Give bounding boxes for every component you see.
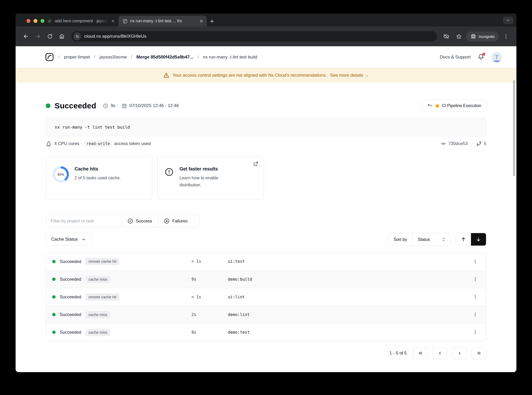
row-status: Succeeded [60, 312, 81, 317]
filter-success-button[interactable]: Success [121, 215, 158, 227]
run-status-row: Succeeded 9s 07/10/2025 12:46 - 12:46 CI… [46, 100, 486, 112]
browser-menu-button[interactable] [501, 31, 511, 42]
row-menu-button[interactable] [470, 275, 480, 284]
chevron-right-icon [457, 351, 462, 356]
table-row[interactable]: Succeededcache miss 9s demo:build [46, 270, 486, 288]
next-page-button[interactable] [452, 347, 467, 359]
table-row[interactable]: Succeededcache miss 2s demo:lint [46, 306, 486, 323]
status-dot [52, 331, 56, 334]
table-row[interactable]: Succeededcache miss 8s demo:test [46, 323, 486, 341]
row-menu-button[interactable] [470, 310, 480, 319]
row-task[interactable]: ui:lint [228, 295, 465, 299]
run-date: 07/10/2025 12:46 - 12:46 [122, 103, 179, 109]
pagination: 1 - 5 of 5 [46, 347, 486, 359]
avatar-initial: T [495, 54, 498, 61]
row-duration: 2s [191, 312, 228, 317]
run-duration: 9s [103, 103, 115, 109]
site-info-icon[interactable] [73, 32, 81, 40]
sort-descending-button[interactable] [471, 233, 486, 246]
row-duration: < 1s [191, 259, 228, 264]
docs-support-link[interactable]: Docs & Support [440, 55, 471, 60]
row-menu-button[interactable] [470, 257, 480, 266]
dot-separator [471, 143, 473, 144]
chevrons-right-icon [476, 351, 482, 356]
nx-cloud-logo[interactable] [45, 52, 54, 62]
notification-dot [482, 53, 485, 56]
breadcrumb-run[interactable]: nx run-many -t lint test build [203, 55, 257, 60]
filter-failures-button[interactable]: Failures [158, 215, 193, 227]
banner-details-link[interactable]: See more details → [330, 73, 369, 78]
branch-icon [476, 141, 482, 147]
row-task[interactable]: demo:test [228, 330, 465, 335]
home-button[interactable] [57, 31, 67, 42]
row-menu-button[interactable] [470, 328, 480, 337]
tab-title: nx run-many -t lint test ... fro [130, 19, 197, 23]
breadcrumb-separator: / [58, 54, 60, 60]
traffic-lights[interactable] [26, 19, 44, 23]
breadcrumb-repo[interactable]: jaysoo3/acme [99, 55, 127, 60]
notifications-button[interactable] [477, 54, 485, 61]
row-menu-button[interactable] [470, 292, 480, 302]
minimize-window-icon[interactable] [34, 19, 37, 23]
run-vcs-meta: 730dce53 5 [441, 141, 486, 147]
first-page-button[interactable] [413, 347, 428, 359]
cache-badge: cache miss [85, 276, 111, 283]
row-task[interactable]: ui:test [228, 259, 465, 264]
avatar[interactable]: T [491, 52, 502, 62]
breadcrumb: / proper-limpet / jaysoo3/acme / Merge 8… [45, 52, 257, 62]
sort-ascending-button[interactable] [456, 233, 471, 246]
sort-select[interactable]: Status [413, 233, 450, 246]
tab-search-button[interactable] [503, 17, 513, 24]
cache-card-subtitle: 2 of 5 tasks used cache. [75, 174, 121, 181]
nx-cloud-page: / proper-limpet / jaysoo3/acme / Merge 8… [16, 46, 516, 372]
incognito-label: Incognito [479, 34, 495, 39]
tab-nx-run[interactable]: nx run-many -t lint test ... fro [118, 16, 207, 27]
hidden-eye-button[interactable] [441, 31, 451, 42]
pr-check-favicon [47, 18, 52, 24]
ci-pipeline-execution-button[interactable]: CI Pipeline Execution [422, 100, 486, 112]
home-icon [59, 34, 65, 39]
status-dot [52, 260, 56, 263]
kebab-icon [473, 294, 478, 299]
alert-circle-icon [164, 167, 174, 177]
tab-github-pr[interactable]: add hero component · jaysoo [43, 16, 118, 27]
row-status: Succeeded [60, 277, 81, 282]
star-icon [456, 34, 462, 40]
command-text: nx run-many -t lint test build [55, 125, 130, 130]
cache-status-dropdown[interactable]: Cache Status [46, 233, 92, 246]
kebab-icon [503, 34, 509, 39]
sort-by-label: Sort by [388, 233, 413, 246]
last-page-button[interactable] [471, 347, 486, 359]
table-row[interactable]: Succeededremote cache hit < 1s ui:test [46, 253, 486, 270]
prev-page-button[interactable] [433, 347, 447, 359]
bookmark-button[interactable] [454, 31, 464, 42]
table-row[interactable]: Succeededremote cache hit < 1s ui:lint [46, 288, 486, 306]
close-tab-icon[interactable] [200, 19, 203, 23]
back-button[interactable] [21, 31, 31, 42]
breadcrumb-cipe[interactable]: Merge 85d500f42d5a9b47... [136, 55, 193, 60]
faster-results-card[interactable]: Get faster results Learn how to enable d… [157, 156, 264, 199]
sort-value: Status [418, 237, 430, 242]
plus-icon [209, 19, 215, 24]
kebab-icon [473, 277, 478, 282]
external-link-icon[interactable] [253, 161, 258, 167]
run-command: nx run-many -t lint test build [46, 118, 486, 136]
toolbar-right: Incognito [441, 31, 511, 42]
page-scrollbar[interactable] [513, 80, 515, 176]
address-bar[interactable]: cloud.nx.app/runs/BkIXGHleUs [71, 31, 437, 42]
close-window-icon[interactable] [26, 19, 30, 23]
sort-control: Sort by Status [388, 233, 450, 246]
forward-button[interactable] [33, 31, 43, 42]
reload-button[interactable] [45, 31, 55, 42]
filter-input[interactable] [46, 215, 121, 227]
zoom-window-icon[interactable] [41, 19, 44, 23]
row-task[interactable]: demo:lint [228, 312, 465, 317]
faster-card-title: Get faster results [179, 166, 218, 172]
new-tab-button[interactable] [209, 19, 215, 24]
commit-sha[interactable]: 730dce53 [448, 141, 468, 146]
faster-card-line2: distribution. [179, 182, 201, 187]
row-task[interactable]: demo:build [228, 277, 465, 282]
branch-count[interactable]: 5 [484, 141, 486, 146]
close-tab-icon[interactable] [111, 19, 115, 23]
breadcrumb-workspace[interactable]: proper-limpet [64, 55, 90, 60]
